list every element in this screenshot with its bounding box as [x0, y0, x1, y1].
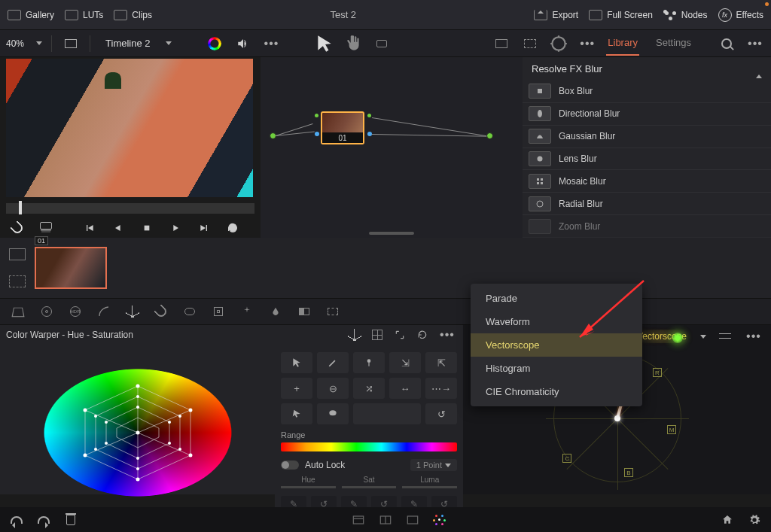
tab-library[interactable]: Library	[606, 31, 639, 56]
node-link-tool[interactable]	[372, 34, 392, 53]
range-gradient[interactable]	[281, 442, 457, 451]
highlight-icon[interactable]	[549, 34, 568, 53]
clip-thumbnail[interactable]	[35, 247, 107, 289]
scope-settings-icon[interactable]	[715, 327, 735, 346]
palette-sizing-icon[interactable]	[325, 304, 340, 319]
menu-item-vectorscope[interactable]: Vectorscope	[471, 333, 642, 357]
trash-button[interactable]	[63, 514, 78, 526]
chevron-down-icon[interactable]	[36, 41, 42, 45]
viewer-preview[interactable]	[6, 59, 253, 197]
node-editor[interactable]: 01	[261, 57, 523, 238]
settings-button[interactable]	[747, 514, 762, 526]
effect-gaussian-blur[interactable]: Gaussian Blur	[523, 126, 771, 148]
playhead[interactable]	[19, 201, 22, 214]
effect-zoom-blur[interactable]: Zoom Blur	[523, 215, 771, 238]
tab-settings[interactable]: Settings	[654, 31, 693, 56]
effect-mosaic-blur[interactable]: Mosaic Blur	[523, 170, 771, 193]
stop-button[interactable]	[137, 218, 157, 238]
point-selector[interactable]: 1 Point	[410, 459, 457, 471]
undo-button[interactable]	[9, 514, 24, 526]
view-mode-icon[interactable]	[61, 34, 81, 53]
warper-expand-icon[interactable]	[392, 327, 407, 342]
more-options-nodes[interactable]: •••	[577, 34, 597, 53]
autolock-toggle[interactable]	[281, 461, 299, 470]
menu-item-waveform[interactable]: Waveform	[471, 310, 642, 333]
prev-frame-button[interactable]	[108, 218, 128, 238]
eyedropper-tool[interactable]	[8, 218, 27, 238]
clips-tab[interactable]: Clips	[114, 10, 152, 20]
gallery-tab[interactable]: Gallery	[8, 10, 54, 20]
color-ring-icon[interactable]	[205, 34, 224, 53]
mute-button[interactable]	[233, 34, 253, 53]
node-scrollbar[interactable]	[369, 232, 414, 235]
page-nav-2-icon[interactable]	[378, 514, 393, 526]
library-section-header[interactable]: Resolve FX Blur	[523, 57, 771, 81]
nodes-button[interactable]: Nodes	[663, 10, 708, 20]
export-button[interactable]: Export	[534, 10, 578, 20]
first-frame-button[interactable]	[80, 218, 99, 238]
ctrl-pointer[interactable]	[281, 352, 312, 373]
chevron-down-icon[interactable]	[700, 335, 706, 339]
color-page-icon[interactable]	[432, 514, 447, 526]
clip-filter-icon[interactable]	[8, 272, 27, 291]
more-options-viewer[interactable]: •••	[262, 34, 282, 53]
pointer-tool[interactable]	[315, 34, 334, 53]
ctrl-select[interactable]	[281, 403, 312, 424]
luts-tab[interactable]: LUTs	[65, 10, 103, 20]
ctrl-lasso[interactable]	[317, 403, 349, 424]
palette-tracking-icon[interactable]	[211, 304, 226, 319]
hand-tool[interactable]	[343, 34, 363, 53]
palette-key-icon[interactable]	[297, 304, 312, 319]
more-options-library[interactable]: •••	[745, 34, 765, 53]
effect-directional-blur[interactable]: Directional Blur	[523, 103, 771, 126]
viewer-scrubber[interactable]	[6, 203, 254, 214]
node-output-pin[interactable]	[486, 132, 493, 139]
palette-warper-icon[interactable]	[125, 304, 140, 319]
menu-item-parade[interactable]: Parade	[471, 287, 642, 310]
color-node[interactable]: 01	[321, 111, 364, 144]
last-frame-button[interactable]	[194, 218, 214, 238]
palette-blur-icon[interactable]	[268, 304, 283, 319]
chevron-down-icon[interactable]	[166, 41, 172, 45]
palette-primaries-icon[interactable]	[11, 304, 26, 319]
ctrl-dots[interactable]: ⋯→	[425, 378, 457, 399]
home-button[interactable]	[720, 514, 735, 526]
image-wipe-icon[interactable]	[492, 34, 511, 53]
ctrl-move[interactable]: ↔	[389, 378, 421, 399]
ctrl-pin[interactable]	[353, 352, 385, 373]
clip-view-icon[interactable]	[8, 245, 27, 264]
menu-item-cie[interactable]: CIE Chromaticity	[471, 380, 642, 403]
loop-button[interactable]	[223, 218, 242, 238]
split-screen-icon[interactable]	[520, 34, 540, 53]
page-nav-3-icon[interactable]	[405, 514, 420, 526]
ctrl-draw[interactable]	[317, 352, 349, 373]
page-nav-1-icon[interactable]	[351, 514, 366, 526]
search-button[interactable]	[717, 34, 736, 53]
menu-item-histogram[interactable]: Histogram	[471, 357, 642, 380]
ctrl-expand-in[interactable]: ⇲	[389, 352, 421, 373]
timeline-name[interactable]: Timeline 2	[99, 38, 156, 49]
palette-magic-icon[interactable]	[239, 304, 254, 319]
hue-slider[interactable]	[281, 486, 336, 488]
ctrl-remove[interactable]: ⊖	[317, 378, 349, 399]
warper-more-options[interactable]: •••	[437, 325, 457, 345]
palette-hdr-icon[interactable]: HDR	[68, 304, 83, 319]
luma-slider[interactable]	[402, 486, 457, 488]
play-button[interactable]	[166, 218, 185, 238]
warper-hex-icon[interactable]	[347, 327, 362, 342]
zoom-level[interactable]: 40%	[6, 38, 24, 49]
sat-slider[interactable]	[342, 486, 397, 488]
warper-grid-icon[interactable]	[370, 327, 385, 342]
scope-more-options[interactable]: •••	[744, 327, 763, 346]
fullscreen-button[interactable]: Full Screen	[589, 10, 653, 20]
effect-lens-blur[interactable]: Lens Blur	[523, 148, 771, 171]
effects-button[interactable]: fx Effects	[718, 8, 763, 22]
palette-window-icon[interactable]	[182, 304, 197, 319]
ctrl-shuffle[interactable]: ⤮	[353, 378, 385, 399]
effect-radial-blur[interactable]: Radial Blur	[523, 193, 771, 215]
effect-box-blur[interactable]: Box Blur	[523, 81, 771, 103]
warper-reset-icon[interactable]	[415, 327, 430, 342]
layers-icon[interactable]	[36, 218, 56, 238]
ctrl-reset[interactable]: ↺	[425, 403, 457, 424]
palette-qualifier-icon[interactable]	[154, 304, 169, 319]
